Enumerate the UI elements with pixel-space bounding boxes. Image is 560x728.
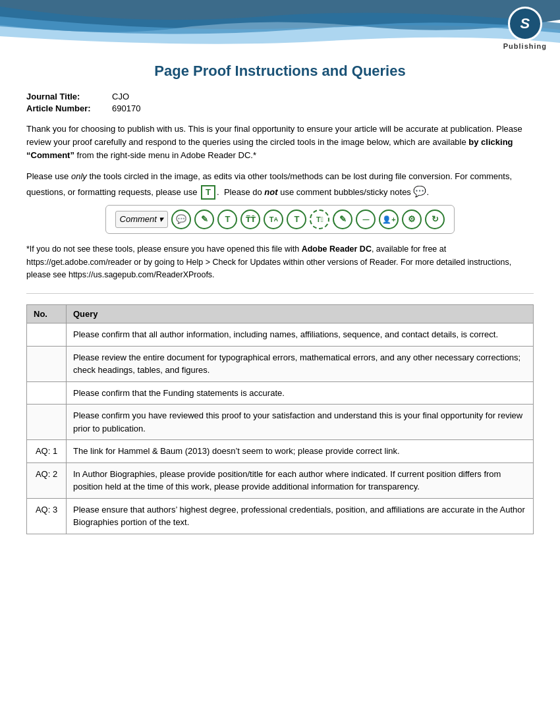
query-no-cell: AQ: 3 xyxy=(27,498,67,534)
tool-text-box: T⃝ xyxy=(310,210,329,229)
tools-row: Comment ▾ 💬 ✎ T T̅T̄ TA T T⃝ ✎ ― 👤+ ⚙ ↻ xyxy=(105,205,455,234)
query-no-cell xyxy=(27,405,67,440)
header: S Publishing xyxy=(0,0,560,53)
table-row: Please confirm that the Funding statemen… xyxy=(27,381,534,405)
article-value: 690170 xyxy=(112,103,140,113)
sage-logo: S Publishing xyxy=(503,7,547,50)
footnote-para: *If you do not see these tools, please e… xyxy=(26,243,534,281)
tool-text-T: T xyxy=(217,210,237,229)
query-no-cell xyxy=(27,381,67,405)
table-row: AQ: 3Please ensure that authors’ highest… xyxy=(27,498,534,534)
sage-publishing-text: Publishing xyxy=(503,42,547,50)
query-text-cell: Please confirm that all author informati… xyxy=(67,323,534,347)
query-text-cell: Please review the entire document for ty… xyxy=(67,346,534,381)
tool-pencil: ✎ xyxy=(194,210,214,229)
col-header-query: Query xyxy=(67,305,534,323)
sage-s-letter: S xyxy=(520,15,530,32)
tool-gear: ⚙ xyxy=(402,210,422,229)
tool-speech-bubble: 💬 xyxy=(171,210,191,229)
article-row: Article Number: 690170 xyxy=(26,103,534,113)
tool-person-add: 👤+ xyxy=(379,210,399,229)
query-text-cell: Please ensure that authors’ highest degr… xyxy=(67,498,534,534)
intro-paragraph-1: Thank you for choosing to publish with u… xyxy=(26,123,534,162)
table-row: AQ: 1The link for Hammel & Baum (2013) d… xyxy=(27,440,534,463)
col-header-no: No. xyxy=(27,305,67,323)
page-title: Page Proof Instructions and Queries xyxy=(26,63,534,80)
tool-pencil2: ✎ xyxy=(333,210,352,229)
tools-para: Please use only the tools circled in the… xyxy=(26,170,534,200)
bubble-icon: 💬 xyxy=(413,184,426,200)
query-no-cell xyxy=(27,323,67,347)
tools-section: Please use only the tools circled in the… xyxy=(26,170,534,234)
tool-refresh: ↻ xyxy=(425,210,445,229)
t-box-icon: T xyxy=(201,185,215,200)
table-row: AQ: 2In Author Biographies, please provi… xyxy=(27,462,534,498)
meta-table: Journal Title: CJO Article Number: 69017… xyxy=(26,92,534,113)
query-no-cell: AQ: 1 xyxy=(27,440,67,463)
query-no-cell xyxy=(27,346,67,381)
article-label: Article Number: xyxy=(26,103,112,113)
bold-clicking: by clicking “Comment” xyxy=(26,137,513,160)
table-row: Please confirm that all author informati… xyxy=(27,323,534,347)
adobe-reader-bold: Adobe Reader DC xyxy=(302,244,372,254)
query-text-cell: In Author Biographies, please provide po… xyxy=(67,462,534,498)
tool-text-T2: T xyxy=(287,210,306,229)
table-row: Please confirm you have reviewed this pr… xyxy=(27,405,534,440)
tool-text-sub: TA xyxy=(264,210,283,229)
comment-button[interactable]: Comment ▾ xyxy=(115,211,169,228)
journal-value: CJO xyxy=(112,92,129,101)
query-no-cell: AQ: 2 xyxy=(27,462,67,498)
query-text-cell: Please confirm that the Funding statemen… xyxy=(67,381,534,405)
query-text-cell: Please confirm you have reviewed this pr… xyxy=(67,405,534,440)
main-content: Page Proof Instructions and Queries Jour… xyxy=(0,53,560,561)
journal-row: Journal Title: CJO xyxy=(26,92,534,101)
query-text-cell: The link for Hammel & Baum (2013) doesn’… xyxy=(67,440,534,463)
tool-text-TT: T̅T̄ xyxy=(240,210,260,229)
not-text: not xyxy=(264,187,277,197)
sage-logo-circle: S xyxy=(508,7,542,41)
comment-label: Comment ▾ xyxy=(120,213,164,226)
only-text: only xyxy=(71,171,87,181)
divider xyxy=(26,293,534,294)
table-row: Please review the entire document for ty… xyxy=(27,346,534,381)
tool-strikethrough: ― xyxy=(356,210,376,229)
journal-label: Journal Title: xyxy=(26,92,112,101)
query-table: No. Query Please confirm that all author… xyxy=(26,304,534,534)
